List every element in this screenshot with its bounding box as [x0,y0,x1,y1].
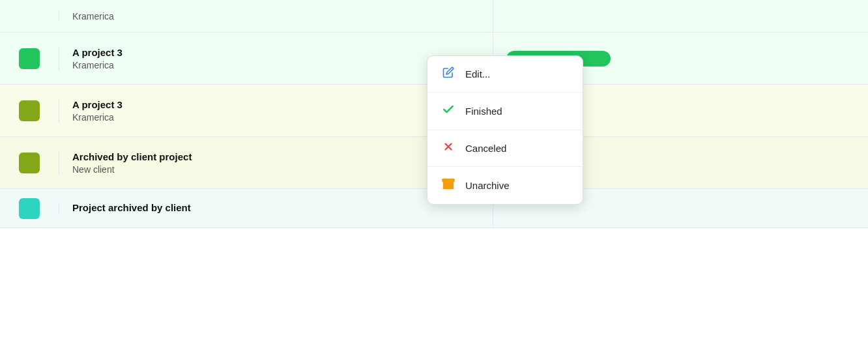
client-name: Kramerica [72,112,421,123]
client-name: Kramerica [72,60,421,70]
color-indicator [19,153,40,173]
table-container: Kramerica A project 3 Kramerica ••• A pr… [0,0,868,352]
project-name: A project 3 [72,47,421,58]
row-color-cell [0,189,59,227]
menu-item-finished[interactable]: Finished [427,93,583,130]
row-content-cell: Archived by client project New client [59,151,434,175]
client-name: Kramerica [72,11,421,22]
row-content-cell: A project 3 Kramerica [59,99,434,123]
menu-item-edit-label: Edit... [465,68,490,80]
row-color-cell [0,33,59,84]
pencil-icon [441,66,456,81]
menu-item-unarchive-label: Unarchive [465,180,510,191]
row-content-cell: Kramerica [59,11,434,22]
menu-item-edit[interactable]: Edit... [427,56,583,93]
row-content-cell: Project archived by client [59,202,434,215]
menu-item-canceled-label: Canceled [465,143,506,154]
row-color-cell [0,0,59,32]
menu-item-unarchive[interactable]: Unarchive [427,167,583,204]
project-name: A project 3 [72,99,421,110]
x-icon [441,141,456,156]
svg-rect-2 [442,179,454,182]
checkmark-icon [441,103,456,119]
box-icon [441,177,456,194]
rest-columns [493,0,868,32]
context-menu: Edit... Finished Canceled [427,55,583,205]
menu-item-canceled[interactable]: Canceled [427,130,583,167]
color-indicator [19,100,40,121]
row-color-cell [0,85,59,136]
row-color-cell [0,137,59,188]
menu-item-finished-label: Finished [465,106,502,117]
color-indicator [19,48,40,69]
client-name: New client [72,164,421,175]
project-name: Archived by client project [72,151,421,162]
color-indicator [19,198,40,219]
row-content-cell: A project 3 Kramerica [59,47,434,70]
project-name: Project archived by client [72,202,421,213]
table-row: Kramerica [0,0,868,33]
